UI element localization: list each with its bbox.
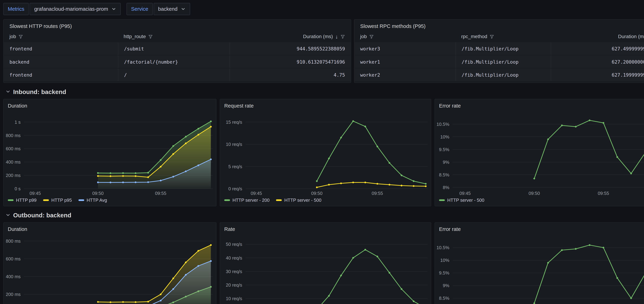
panel-title[interactable]: Request rate (220, 99, 431, 110)
panel-inbound-request-rate: Request rate 0 req/s5 req/s10 req/s15 re… (220, 99, 431, 206)
svg-text:10%: 10% (440, 258, 449, 263)
panel-slowest-rpc-methods: Slowest RPC methods (P95) job rpc_method… (354, 19, 644, 83)
panel-title[interactable]: Error rate (435, 223, 644, 233)
svg-text:09:55: 09:55 (155, 191, 166, 196)
svg-text:9.5%: 9.5% (439, 271, 449, 275)
service-variable-picker[interactable]: backend (154, 3, 190, 15)
cell-job: backend (4, 55, 118, 68)
cell-rpc-method: /fib.Multiplier/Loop (456, 42, 551, 55)
column-header-duration[interactable]: Duration (ms) ↓ (551, 31, 644, 42)
column-header-label: job (360, 33, 367, 39)
chart-outbound-error-rate[interactable]: 8%8.5%9%9.5%10%10.5%09:4509:5009:55 (435, 233, 644, 304)
svg-text:10%: 10% (440, 135, 449, 139)
legend-label: HTTP Avg (86, 198, 107, 203)
panel-title[interactable]: Rate (220, 223, 431, 233)
column-header-duration[interactable]: Duration (ms) ↓ (230, 31, 351, 42)
svg-text:30 req/s: 30 req/s (226, 269, 242, 274)
cell-rpc-method: /fib.Multiplier/Loop (456, 69, 551, 81)
panel-outbound-duration: Duration 0 s200 ms400 ms600 ms800 ms09:4… (3, 222, 216, 304)
table-row: worker1 /fib.Multiplier/Loop 627.2000000… (354, 55, 644, 68)
legend-item[interactable]: HTTP server - 500 (439, 198, 484, 203)
svg-text:0 s: 0 s (14, 186, 20, 191)
svg-text:800 ms: 800 ms (6, 133, 20, 138)
cell-duration: 627.1999999999997 (551, 69, 644, 81)
legend-item[interactable]: HTTP server - 200 (224, 198, 270, 203)
filter-icon[interactable] (340, 34, 345, 39)
chart-outbound-rate[interactable]: 0 req/s10 req/s20 req/s30 req/s40 req/s5… (220, 233, 431, 304)
panel-slowest-http-routes: Slowest HTTP routes (P95) job http_route… (3, 19, 351, 83)
chart-inbound-duration[interactable]: 0 s200 ms400 ms600 ms800 ms1 s09:4509:50… (4, 110, 216, 197)
cell-job: frontend (4, 69, 118, 81)
chart-outbound-duration[interactable]: 0 s200 ms400 ms600 ms800 ms09:4509:5009:… (4, 233, 216, 304)
svg-text:09:55: 09:55 (372, 191, 383, 196)
cell-duration: 910.6132075471696 (230, 55, 351, 68)
filter-icon[interactable] (148, 34, 153, 39)
svg-text:8%: 8% (443, 185, 449, 190)
panel-title[interactable]: Duration (4, 99, 216, 110)
chevron-down-icon (6, 213, 10, 217)
cell-http-route: /submit (118, 42, 230, 55)
table-row: frontend / 4.75 (4, 69, 351, 81)
svg-text:9.5%: 9.5% (439, 147, 449, 152)
column-header-label: http_route (124, 33, 146, 39)
section-header-inbound[interactable]: Inbound: backend (0, 83, 644, 99)
metrics-variable: Metrics grafanacloud-mariomacias-prom (3, 3, 121, 15)
svg-text:600 ms: 600 ms (6, 256, 20, 261)
column-header-job[interactable]: job (354, 31, 455, 42)
table-row: backend /factorial/{number} 910.61320754… (4, 55, 351, 68)
svg-text:5 req/s: 5 req/s (228, 164, 242, 169)
panel-inbound-duration: Duration 0 s200 ms400 ms600 ms800 ms1 s0… (3, 99, 216, 206)
svg-text:09:50: 09:50 (92, 191, 104, 196)
chevron-down-icon (181, 6, 186, 11)
filter-icon[interactable] (18, 34, 23, 39)
cell-http-route: /factorial/{number} (118, 55, 230, 68)
panel-title[interactable]: Error rate (435, 99, 644, 110)
cell-job: worker3 (354, 42, 455, 55)
svg-text:9%: 9% (443, 160, 449, 165)
svg-text:400 ms: 400 ms (6, 274, 20, 279)
legend-item[interactable]: HTTP p95 (43, 198, 72, 203)
legend-item[interactable]: HTTP p99 (8, 198, 36, 203)
chart-svg: 8%8.5%9%9.5%10%10.5%09:4509:5009:55 (435, 233, 644, 304)
svg-text:400 ms: 400 ms (6, 159, 20, 164)
legend-swatch (439, 199, 445, 201)
chart-inbound-error-rate[interactable]: 8%8.5%9%9.5%10%10.5%09:4509:5009:55 (435, 110, 644, 197)
svg-text:20 req/s: 20 req/s (226, 283, 242, 288)
filter-icon[interactable] (369, 34, 374, 39)
legend-item[interactable]: HTTP Avg (78, 198, 107, 203)
legend-swatch (276, 199, 282, 201)
cell-job: worker2 (354, 69, 455, 81)
panel-outbound-error-rate: Error rate 8%8.5%9%9.5%10%10.5%09:4509:5… (434, 222, 644, 304)
chart-svg: 0 s200 ms400 ms600 ms800 ms1 s09:4509:50… (4, 110, 216, 197)
column-header-rpc-method[interactable]: rpc_method (456, 31, 551, 42)
column-header-http-route[interactable]: http_route (118, 31, 230, 42)
chart-legend: HTTP p99HTTP p95HTTP Avg (4, 197, 216, 206)
svg-text:0 req/s: 0 req/s (228, 186, 242, 191)
svg-text:50 req/s: 50 req/s (226, 242, 242, 247)
svg-text:600 ms: 600 ms (6, 146, 20, 151)
legend-swatch (43, 199, 49, 201)
panel-title[interactable]: Slowest HTTP routes (P95) (4, 20, 351, 31)
svg-text:10 req/s: 10 req/s (226, 296, 242, 301)
legend-item[interactable]: HTTP server - 500 (276, 198, 321, 203)
service-variable-value: backend (158, 6, 177, 12)
filter-icon[interactable] (490, 34, 494, 39)
chart-svg: 0 s200 ms400 ms600 ms800 ms09:4509:5009:… (4, 233, 216, 304)
legend-label: HTTP server - 500 (447, 198, 484, 203)
chart-legend: HTTP server - 500 (435, 197, 644, 206)
svg-text:9%: 9% (443, 283, 449, 288)
table-row: frontend /submit 944.5895522388059 (4, 42, 351, 55)
grafana-dashboard: Metrics grafanacloud-mariomacias-prom Se… (0, 0, 644, 304)
chart-inbound-request-rate[interactable]: 0 req/s5 req/s10 req/s15 req/s09:4509:50… (220, 110, 431, 197)
legend-label: HTTP p99 (16, 198, 36, 203)
top-tables-row: Slowest HTTP routes (P95) job http_route… (0, 19, 644, 83)
sort-desc-icon[interactable]: ↓ (335, 33, 338, 39)
section-title: Outbound: backend (13, 212, 72, 219)
panel-title[interactable]: Slowest RPC methods (P95) (354, 20, 644, 31)
section-header-outbound[interactable]: Outbound: backend (0, 206, 644, 222)
section-title: Inbound: backend (13, 88, 66, 95)
column-header-job[interactable]: job (4, 31, 118, 42)
legend-label: HTTP server - 200 (232, 198, 270, 203)
metrics-variable-picker[interactable]: grafanacloud-mariomacias-prom (30, 3, 121, 15)
panel-title[interactable]: Duration (4, 223, 216, 233)
